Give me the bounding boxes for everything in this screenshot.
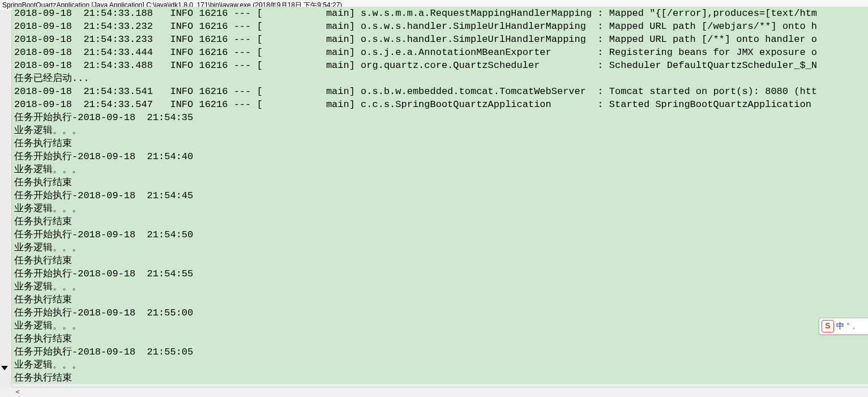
- sogou-ime-icon: S: [822, 320, 834, 332]
- console-line: 任务执行结束: [14, 332, 866, 345]
- console-line: 任务执行结束: [14, 176, 866, 189]
- ime-punct: °，: [846, 321, 858, 331]
- console-line: 任务执行结束: [14, 293, 866, 306]
- console-line: 任务开始执行-2018-09-18 21:54:50: [14, 228, 866, 241]
- console-output[interactable]: 2018-09-18 21:54:33.188 INFO 16216 --- […: [12, 7, 868, 384]
- scroll-left-button[interactable]: <: [12, 389, 23, 396]
- console-line: 2018-09-18 21:54:33.188 INFO 16216 --- […: [14, 7, 866, 20]
- console-line: 任务执行结束: [14, 137, 866, 150]
- ime-badge[interactable]: S 中 °，: [819, 318, 868, 335]
- console-line: 业务逻辑。。。: [14, 163, 866, 176]
- console-line: 任务开始执行-2018-09-18 21:54:40: [14, 150, 866, 163]
- console-line: 任务开始执行-2018-09-18 21:55:05: [14, 345, 866, 358]
- console-line: 业务逻辑。。。: [14, 202, 866, 215]
- console-line: 2018-09-18 21:54:33.541 INFO 16216 --- […: [14, 85, 866, 98]
- ime-lang: 中: [836, 321, 844, 331]
- caret-down-icon: [1, 366, 8, 370]
- console-line: 2018-09-18 21:54:33.488 INFO 16216 --- […: [14, 59, 866, 72]
- console-line: 2018-09-18 21:54:33.444 INFO 16216 --- […: [14, 46, 866, 59]
- console-gutter: [0, 10, 12, 387]
- console-wrap: 2018-09-18 21:54:33.188 INFO 16216 --- […: [0, 10, 868, 387]
- console-line: 业务逻辑。。。: [14, 358, 866, 372]
- console-line: 业务逻辑。。。: [14, 124, 866, 137]
- console-line: 2018-09-18 21:54:33.232 INFO 16216 --- […: [14, 20, 866, 33]
- console-line: 业务逻辑。。。: [14, 241, 866, 254]
- console-line: 任务执行结束: [14, 254, 866, 267]
- console-line: 任务开始执行-2018-09-18 21:54:55: [14, 267, 866, 280]
- console-line: 2018-09-18 21:54:33.233 INFO 16216 --- […: [14, 33, 866, 46]
- console-line: 2018-09-18 21:54:33.547 INFO 16216 --- […: [14, 98, 866, 111]
- console-line: 任务已经启动...: [14, 72, 866, 85]
- console-line: 任务开始执行-2018-09-18 21:54:45: [14, 189, 866, 202]
- console-line: 业务逻辑。。。: [14, 280, 866, 293]
- console-line: 任务开始执行-2018-09-18 21:55:00: [14, 306, 866, 319]
- console-line: 任务开始执行-2018-09-18 21:54:35: [14, 111, 866, 124]
- console-line: 任务执行结束: [14, 372, 866, 384]
- console-line: 任务执行结束: [14, 215, 866, 228]
- console-line: 业务逻辑。。。: [14, 319, 866, 332]
- horizontal-scrollbar[interactable]: <: [11, 387, 868, 397]
